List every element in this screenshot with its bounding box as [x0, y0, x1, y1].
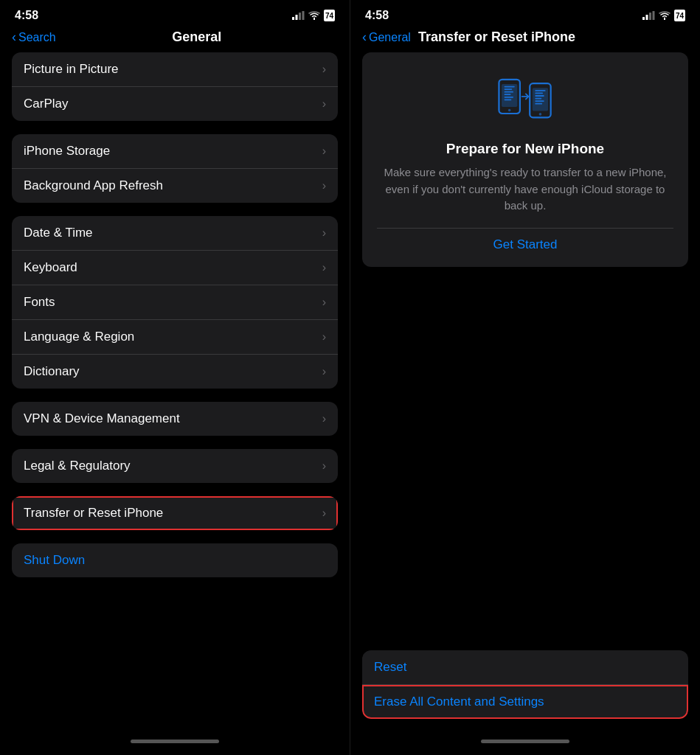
- row-vpn[interactable]: VPN & Device Management ›: [12, 402, 338, 436]
- signal-icon: [292, 11, 305, 20]
- page-title-left: General: [56, 29, 338, 45]
- svg-rect-11: [505, 88, 513, 90]
- svg-point-16: [508, 109, 511, 112]
- svg-point-25: [539, 113, 542, 116]
- home-indicator-right: [350, 734, 700, 755]
- chevron-transfer: ›: [322, 507, 326, 520]
- time-right: 4:58: [365, 9, 389, 22]
- svg-rect-15: [505, 99, 512, 100]
- row-date-time[interactable]: Date & Time ›: [12, 216, 338, 251]
- back-button-right[interactable]: ‹ General: [362, 29, 411, 45]
- svg-rect-19: [535, 90, 545, 91]
- svg-rect-21: [535, 95, 544, 97]
- phone-icon-container: [496, 73, 555, 128]
- erase-label: Erase All Content and Settings: [374, 695, 544, 709]
- svg-rect-0: [292, 17, 294, 20]
- reset-label: Reset: [374, 660, 406, 674]
- row-label-carplay: CarPlay: [24, 97, 68, 111]
- section-3: Date & Time › Keyboard › Fonts › Languag…: [12, 216, 338, 389]
- reset-label-row[interactable]: Reset: [362, 650, 688, 685]
- svg-rect-12: [505, 91, 513, 93]
- section-4: VPN & Device Management ›: [12, 402, 338, 436]
- row-label-vpn: VPN & Device Management: [24, 411, 180, 426]
- section-shutdown: Shut Down: [12, 543, 338, 577]
- svg-rect-22: [535, 98, 541, 100]
- svg-rect-18: [533, 88, 548, 111]
- back-chevron-right: ‹: [362, 29, 367, 45]
- nav-bar-left: ‹ Search General: [0, 27, 350, 52]
- row-label-datetime: Date & Time: [24, 226, 93, 240]
- row-transfer-reset[interactable]: Transfer or Reset iPhone ›: [12, 496, 338, 530]
- erase-all-button[interactable]: Erase All Content and Settings: [362, 685, 688, 719]
- svg-rect-24: [535, 103, 542, 105]
- svg-rect-6: [649, 13, 651, 20]
- wifi-icon-right: [659, 11, 670, 20]
- svg-rect-23: [535, 100, 544, 102]
- chevron-dictionary: ›: [322, 365, 326, 378]
- row-dictionary[interactable]: Dictionary ›: [12, 355, 338, 389]
- spacer: [362, 280, 688, 651]
- svg-rect-1: [295, 15, 297, 20]
- chevron-storage: ›: [322, 145, 326, 158]
- row-picture-in-picture[interactable]: Picture in Picture ›: [12, 52, 338, 87]
- row-label-bgrefresh: Background App Refresh: [24, 178, 163, 193]
- row-language-region[interactable]: Language & Region ›: [12, 320, 338, 355]
- chevron-datetime: ›: [322, 226, 326, 240]
- nav-bar-right: ‹ General Transfer or Reset iPhone: [350, 27, 700, 52]
- chevron-keyboard: ›: [322, 261, 326, 274]
- chevron-pip: ›: [322, 63, 326, 76]
- home-bar-right: [481, 740, 569, 743]
- shutdown-label: Shut Down: [24, 553, 85, 567]
- section-5: Legal & Regulatory ›: [12, 449, 338, 483]
- get-started-button[interactable]: Get Started: [377, 229, 673, 252]
- row-label-dictionary: Dictionary: [24, 364, 80, 379]
- status-bar-left: 4:58 74: [0, 0, 350, 27]
- section-2: iPhone Storage › Background App Refresh …: [12, 134, 338, 203]
- row-label-fonts: Fonts: [24, 295, 55, 310]
- row-label-transfer: Transfer or Reset iPhone: [24, 506, 163, 521]
- chevron-vpn: ›: [322, 412, 326, 425]
- transfer-card: Prepare for New iPhone Make sure everyth…: [362, 52, 688, 267]
- section-6: Transfer or Reset iPhone ›: [12, 496, 338, 530]
- chevron-fonts: ›: [322, 296, 326, 309]
- phones-transfer-icon: [496, 73, 555, 125]
- battery-icon-right: 74: [674, 10, 685, 21]
- reset-section: Reset Erase All Content and Settings: [362, 650, 688, 719]
- chevron-language: ›: [322, 330, 326, 344]
- row-iphone-storage[interactable]: iPhone Storage ›: [12, 134, 338, 169]
- row-label-language: Language & Region: [24, 330, 134, 344]
- row-label-legal: Legal & Regulatory: [24, 459, 131, 473]
- row-fonts[interactable]: Fonts ›: [12, 285, 338, 320]
- row-carplay[interactable]: CarPlay ›: [12, 87, 338, 121]
- svg-rect-5: [645, 15, 648, 20]
- svg-rect-2: [299, 13, 301, 20]
- transfer-card-title: Prepare for New iPhone: [446, 141, 604, 157]
- chevron-bgrefresh: ›: [322, 179, 326, 192]
- battery-icon-left: 74: [324, 10, 335, 21]
- right-panel: 4:58 74 ‹ General Transfer or Re: [350, 0, 700, 755]
- svg-rect-4: [642, 17, 645, 20]
- page-title-right: Transfer or Reset iPhone: [418, 29, 575, 45]
- row-background-refresh[interactable]: Background App Refresh ›: [12, 169, 338, 203]
- svg-rect-20: [535, 93, 543, 94]
- right-content: Prepare for New iPhone Make sure everyth…: [350, 52, 700, 734]
- left-panel: 4:58 74 ‹ Search General: [0, 0, 350, 755]
- svg-rect-14: [505, 97, 513, 98]
- svg-rect-7: [652, 11, 654, 20]
- status-bar-right: 4:58 74: [350, 0, 700, 27]
- section-1: Picture in Picture › CarPlay ›: [12, 52, 338, 121]
- row-shutdown[interactable]: Shut Down: [12, 543, 338, 577]
- back-chevron-left: ‹: [12, 29, 16, 45]
- transfer-card-desc: Make sure everything's ready to transfer…: [377, 164, 673, 215]
- chevron-legal: ›: [322, 459, 326, 473]
- status-icons-right: 74: [642, 10, 685, 21]
- row-keyboard[interactable]: Keyboard ›: [12, 251, 338, 285]
- wifi-icon: [308, 11, 320, 20]
- row-legal[interactable]: Legal & Regulatory ›: [12, 449, 338, 483]
- svg-rect-9: [502, 84, 517, 107]
- back-button-left[interactable]: ‹ Search: [12, 29, 56, 45]
- time-left: 4:58: [15, 9, 38, 22]
- signal-icon-right: [642, 11, 655, 20]
- row-label-keyboard: Keyboard: [24, 260, 77, 275]
- row-label-pip: Picture in Picture: [24, 62, 119, 77]
